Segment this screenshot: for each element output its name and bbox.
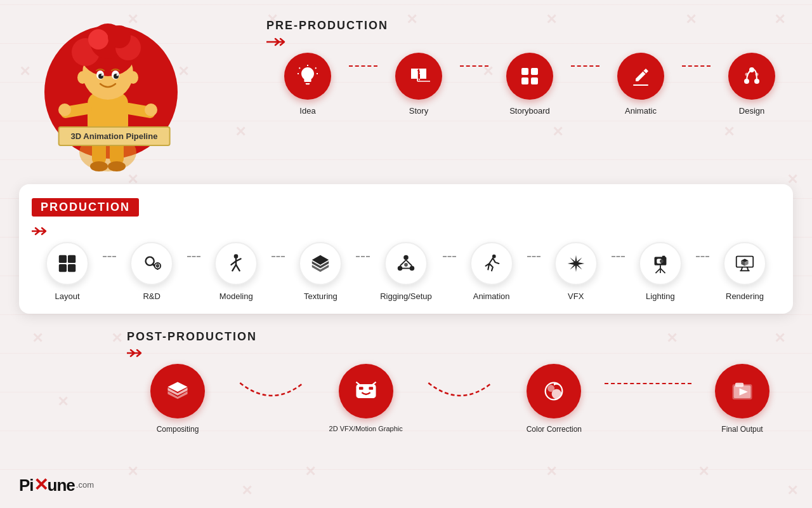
- search-gear-icon: [141, 253, 162, 274]
- svg-point-23: [77, 71, 88, 84]
- prod-conn-7: [612, 256, 625, 257]
- layers-icon: [165, 378, 190, 404]
- monitor-cube-icon: [734, 253, 756, 274]
- step-lighting: Lighting: [625, 242, 696, 301]
- svg-rect-33: [521, 77, 528, 84]
- bulb-icon: [296, 65, 319, 88]
- step-rendering-label: Rendering: [726, 291, 764, 301]
- step-texturing: Texturing: [285, 242, 356, 301]
- svg-line-27: [315, 68, 317, 69]
- svg-rect-68: [662, 256, 665, 258]
- step-lighting-label: Lighting: [646, 291, 675, 301]
- pose-icon: [225, 253, 247, 274]
- prod-conn-8: [696, 256, 709, 257]
- step-animation-circle: [470, 242, 513, 285]
- step-final-output: Final Output: [691, 364, 793, 434]
- svg-point-8: [58, 104, 71, 116]
- prod-conn-3: [272, 256, 285, 257]
- step-color-correction: Color Correction: [503, 364, 605, 434]
- step-texturing-circle: [299, 242, 342, 285]
- step-animation: Animation: [456, 242, 527, 301]
- svg-rect-85: [369, 387, 373, 389]
- step-rd-label: R&D: [143, 291, 160, 301]
- svg-point-15: [88, 29, 108, 50]
- prod-conn-6: [527, 256, 540, 257]
- step-color-correction-circle: [527, 364, 581, 418]
- step-color-correction-label: Color Correction: [527, 425, 582, 434]
- pencil-icon: [629, 65, 652, 88]
- step-story-circle: [395, 53, 442, 100]
- sparkle-icon: [565, 253, 587, 274]
- step-vfx2d-label: 2D VFX/Motion Graphic: [329, 425, 403, 432]
- svg-line-53: [236, 265, 240, 271]
- production-pipeline: Layout R&D: [32, 242, 780, 301]
- svg-rect-84: [359, 387, 363, 389]
- step-design: Design: [710, 53, 793, 116]
- nodes-icon: [395, 253, 417, 274]
- step-compositing-label: Compositing: [157, 425, 199, 434]
- svg-line-26: [299, 68, 301, 69]
- step-modeling-circle: [214, 242, 258, 285]
- step-layout: Layout: [32, 242, 103, 301]
- step-animatic-circle: [617, 53, 664, 100]
- step-compositing-circle: [150, 364, 205, 418]
- step-design-label: Design: [739, 106, 764, 116]
- step-rendering-circle: [723, 242, 766, 285]
- svg-rect-40: [59, 255, 67, 263]
- logo-suffix: .com: [76, 480, 94, 490]
- svg-point-63: [404, 263, 408, 267]
- step-vfx-label: VFX: [568, 291, 584, 301]
- step-rigging-circle: [384, 242, 428, 285]
- production-title: PRODUCTION: [32, 198, 139, 217]
- step-vfx2d: 2D VFX/Motion Graphic: [315, 364, 417, 432]
- step-story: Story: [377, 53, 460, 116]
- svg-point-16: [108, 25, 131, 48]
- prod-conn-4: [356, 256, 369, 257]
- svg-point-24: [128, 71, 138, 84]
- svg-rect-93: [735, 383, 743, 387]
- svg-rect-31: [521, 68, 528, 75]
- step-final-output-label: Final Output: [721, 425, 763, 434]
- step-animatic: Animatic: [599, 53, 682, 116]
- step-storyboard-circle: [506, 53, 553, 100]
- production-section: PRODUCTION Layout: [19, 184, 793, 314]
- camera-tripod-icon: [650, 253, 671, 274]
- svg-point-9: [145, 104, 157, 116]
- step-storyboard-label: Storyboard: [509, 106, 550, 116]
- step-rendering: Rendering: [709, 242, 780, 301]
- svg-rect-43: [68, 264, 75, 272]
- grid-icon: [518, 65, 541, 88]
- step-layout-label: Layout: [55, 291, 79, 301]
- pre-production-title: PRE-PRODUCTION: [266, 19, 793, 32]
- pre-production-pipeline: Idea Story: [266, 53, 793, 116]
- svg-rect-42: [59, 264, 67, 272]
- step-texturing-label: Texturing: [304, 291, 337, 301]
- post-production-title: POST-PRODUCTION: [127, 330, 793, 344]
- post-production-arrow: [127, 349, 793, 358]
- play-folder-icon: [730, 378, 755, 404]
- connector-3: [571, 65, 599, 67]
- svg-point-3: [90, 161, 108, 171]
- step-idea-label: Idea: [299, 106, 315, 116]
- svg-point-67: [660, 259, 664, 263]
- run-icon: [481, 253, 502, 274]
- step-rd-circle: [130, 242, 173, 285]
- step-final-output-circle: [715, 364, 769, 418]
- step-rd: R&D: [116, 242, 187, 301]
- post-production-pipeline: Compositing: [127, 364, 793, 434]
- svg-point-21: [102, 74, 103, 76]
- svg-point-22: [117, 74, 119, 76]
- connector-1: [349, 65, 377, 67]
- step-compositing: Compositing: [127, 364, 228, 434]
- step-animation-label: Animation: [473, 291, 510, 301]
- step-story-label: Story: [409, 106, 428, 116]
- prod-conn-2: [187, 256, 200, 257]
- step-idea-circle: [284, 53, 331, 100]
- post-production-section: POST-PRODUCTION Compositing: [127, 330, 793, 434]
- step-lighting-circle: [639, 242, 682, 285]
- layout-icon: [56, 253, 78, 274]
- svg-point-38: [745, 73, 749, 76]
- svg-rect-83: [356, 384, 376, 398]
- stack-icon: [310, 253, 331, 274]
- step-layout-circle: [46, 242, 89, 285]
